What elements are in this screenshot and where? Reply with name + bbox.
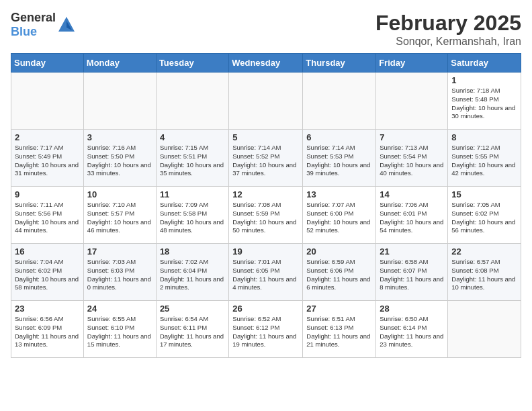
day-number: 11 (160, 189, 225, 199)
day-number: 1 (451, 75, 517, 85)
logo-general: General (11, 11, 56, 24)
day-number: 13 (306, 189, 372, 199)
calendar-cell: 16Sunrise: 7:04 AM Sunset: 6:02 PM Dayli… (11, 244, 84, 301)
day-number: 8 (451, 132, 517, 142)
day-info: Sunrise: 7:15 AM Sunset: 5:51 PM Dayligh… (160, 144, 225, 178)
day-info: Sunrise: 7:11 AM Sunset: 5:56 PM Dayligh… (15, 201, 80, 235)
calendar-body: 1Sunrise: 7:18 AM Sunset: 5:48 PM Daylig… (11, 73, 521, 358)
day-number: 2 (15, 132, 80, 142)
logo-blue: Blue (11, 25, 37, 38)
calendar-week-3: 9Sunrise: 7:11 AM Sunset: 5:56 PM Daylig… (11, 187, 521, 244)
day-info: Sunrise: 6:54 AM Sunset: 6:11 PM Dayligh… (160, 315, 225, 349)
day-info: Sunrise: 7:18 AM Sunset: 5:48 PM Dayligh… (451, 87, 517, 121)
weekday-header-saturday: Saturday (448, 54, 521, 73)
day-info: Sunrise: 7:12 AM Sunset: 5:55 PM Dayligh… (451, 144, 517, 178)
calendar-cell (11, 73, 84, 130)
day-number: 22 (451, 246, 517, 257)
logo-icon (57, 15, 76, 34)
calendar-cell: 20Sunrise: 6:59 AM Sunset: 6:06 PM Dayli… (303, 244, 376, 301)
weekday-header-sunday: Sunday (11, 54, 84, 73)
day-info: Sunrise: 6:57 AM Sunset: 6:08 PM Dayligh… (451, 258, 517, 292)
weekday-header-wednesday: Wednesday (229, 54, 303, 73)
calendar-cell: 9Sunrise: 7:11 AM Sunset: 5:56 PM Daylig… (11, 187, 84, 244)
day-number: 25 (160, 304, 225, 314)
calendar-cell: 17Sunrise: 7:03 AM Sunset: 6:03 PM Dayli… (83, 244, 156, 301)
weekday-header-friday: Friday (376, 54, 448, 73)
day-info: Sunrise: 7:05 AM Sunset: 6:02 PM Dayligh… (451, 201, 517, 235)
calendar-cell (448, 301, 521, 358)
weekday-row: SundayMondayTuesdayWednesdayThursdayFrid… (11, 54, 521, 73)
day-info: Sunrise: 6:56 AM Sunset: 6:09 PM Dayligh… (15, 315, 80, 349)
day-number: 7 (380, 132, 444, 142)
day-number: 18 (160, 246, 225, 257)
day-info: Sunrise: 7:03 AM Sunset: 6:03 PM Dayligh… (87, 258, 152, 292)
day-info: Sunrise: 6:52 AM Sunset: 6:12 PM Dayligh… (232, 315, 299, 349)
calendar-cell (376, 73, 448, 130)
day-number: 26 (232, 304, 299, 314)
calendar-cell: 21Sunrise: 6:58 AM Sunset: 6:07 PM Dayli… (376, 244, 448, 301)
day-info: Sunrise: 7:14 AM Sunset: 5:52 PM Dayligh… (232, 144, 299, 178)
day-info: Sunrise: 7:02 AM Sunset: 6:04 PM Dayligh… (160, 258, 225, 292)
day-info: Sunrise: 7:17 AM Sunset: 5:49 PM Dayligh… (15, 144, 80, 178)
calendar-cell: 25Sunrise: 6:54 AM Sunset: 6:11 PM Dayli… (156, 301, 228, 358)
calendar-week-4: 16Sunrise: 7:04 AM Sunset: 6:02 PM Dayli… (11, 244, 521, 301)
day-number: 4 (160, 132, 225, 142)
day-info: Sunrise: 7:04 AM Sunset: 6:02 PM Dayligh… (15, 258, 80, 292)
title-block: February 2025 Sonqor, Kermanshah, Iran (375, 11, 521, 48)
day-number: 28 (380, 304, 444, 314)
calendar-cell: 8Sunrise: 7:12 AM Sunset: 5:55 PM Daylig… (448, 130, 521, 187)
calendar-cell: 7Sunrise: 7:13 AM Sunset: 5:54 PM Daylig… (376, 130, 448, 187)
calendar-cell: 12Sunrise: 7:08 AM Sunset: 5:59 PM Dayli… (229, 187, 303, 244)
calendar-cell: 27Sunrise: 6:51 AM Sunset: 6:13 PM Dayli… (303, 301, 376, 358)
calendar-cell: 3Sunrise: 7:16 AM Sunset: 5:50 PM Daylig… (83, 130, 156, 187)
calendar-cell: 6Sunrise: 7:14 AM Sunset: 5:53 PM Daylig… (303, 130, 376, 187)
day-number: 21 (380, 246, 444, 257)
day-info: Sunrise: 7:10 AM Sunset: 5:57 PM Dayligh… (87, 201, 152, 235)
day-number: 17 (87, 246, 152, 257)
calendar-week-1: 1Sunrise: 7:18 AM Sunset: 5:48 PM Daylig… (11, 73, 521, 130)
day-info: Sunrise: 6:51 AM Sunset: 6:13 PM Dayligh… (306, 315, 372, 349)
day-number: 24 (87, 304, 152, 314)
calendar-cell: 5Sunrise: 7:14 AM Sunset: 5:52 PM Daylig… (229, 130, 303, 187)
calendar-cell: 22Sunrise: 6:57 AM Sunset: 6:08 PM Dayli… (448, 244, 521, 301)
calendar-cell: 4Sunrise: 7:15 AM Sunset: 5:51 PM Daylig… (156, 130, 228, 187)
calendar-cell: 23Sunrise: 6:56 AM Sunset: 6:09 PM Dayli… (11, 301, 84, 358)
calendar-cell: 18Sunrise: 7:02 AM Sunset: 6:04 PM Dayli… (156, 244, 228, 301)
day-number: 27 (306, 304, 372, 314)
calendar-cell (83, 73, 156, 130)
calendar-cell: 26Sunrise: 6:52 AM Sunset: 6:12 PM Dayli… (229, 301, 303, 358)
day-number: 16 (15, 246, 80, 257)
day-info: Sunrise: 7:08 AM Sunset: 5:59 PM Dayligh… (232, 201, 299, 235)
calendar-cell: 19Sunrise: 7:01 AM Sunset: 6:05 PM Dayli… (229, 244, 303, 301)
day-info: Sunrise: 6:58 AM Sunset: 6:07 PM Dayligh… (380, 258, 444, 292)
day-info: Sunrise: 7:13 AM Sunset: 5:54 PM Dayligh… (380, 144, 444, 178)
calendar-header: SundayMondayTuesdayWednesdayThursdayFrid… (11, 54, 521, 73)
weekday-header-tuesday: Tuesday (156, 54, 228, 73)
calendar-cell (229, 73, 303, 130)
calendar-cell: 10Sunrise: 7:10 AM Sunset: 5:57 PM Dayli… (83, 187, 156, 244)
day-number: 14 (380, 189, 444, 199)
calendar-cell: 13Sunrise: 7:07 AM Sunset: 6:00 PM Dayli… (303, 187, 376, 244)
day-info: Sunrise: 7:06 AM Sunset: 6:01 PM Dayligh… (380, 201, 444, 235)
day-number: 19 (232, 246, 299, 257)
day-info: Sunrise: 6:59 AM Sunset: 6:06 PM Dayligh… (306, 258, 372, 292)
calendar-cell: 24Sunrise: 6:55 AM Sunset: 6:10 PM Dayli… (83, 301, 156, 358)
calendar-cell: 11Sunrise: 7:09 AM Sunset: 5:58 PM Dayli… (156, 187, 228, 244)
calendar-table: SundayMondayTuesdayWednesdayThursdayFrid… (11, 53, 521, 358)
day-number: 3 (87, 132, 152, 142)
calendar-cell (156, 73, 228, 130)
location-subtitle: Sonqor, Kermanshah, Iran (375, 36, 521, 48)
day-number: 10 (87, 189, 152, 199)
logo: General Blue (11, 11, 76, 39)
calendar-week-2: 2Sunrise: 7:17 AM Sunset: 5:49 PM Daylig… (11, 130, 521, 187)
calendar-cell: 2Sunrise: 7:17 AM Sunset: 5:49 PM Daylig… (11, 130, 84, 187)
day-info: Sunrise: 6:50 AM Sunset: 6:14 PM Dayligh… (380, 315, 444, 349)
day-info: Sunrise: 7:09 AM Sunset: 5:58 PM Dayligh… (160, 201, 225, 235)
calendar-cell: 1Sunrise: 7:18 AM Sunset: 5:48 PM Daylig… (448, 73, 521, 130)
logo-wordmark: General Blue (11, 11, 56, 39)
day-number: 23 (15, 304, 80, 314)
day-info: Sunrise: 7:01 AM Sunset: 6:05 PM Dayligh… (232, 258, 299, 292)
calendar-cell (303, 73, 376, 130)
calendar-cell: 14Sunrise: 7:06 AM Sunset: 6:01 PM Dayli… (376, 187, 448, 244)
day-info: Sunrise: 7:07 AM Sunset: 6:00 PM Dayligh… (306, 201, 372, 235)
